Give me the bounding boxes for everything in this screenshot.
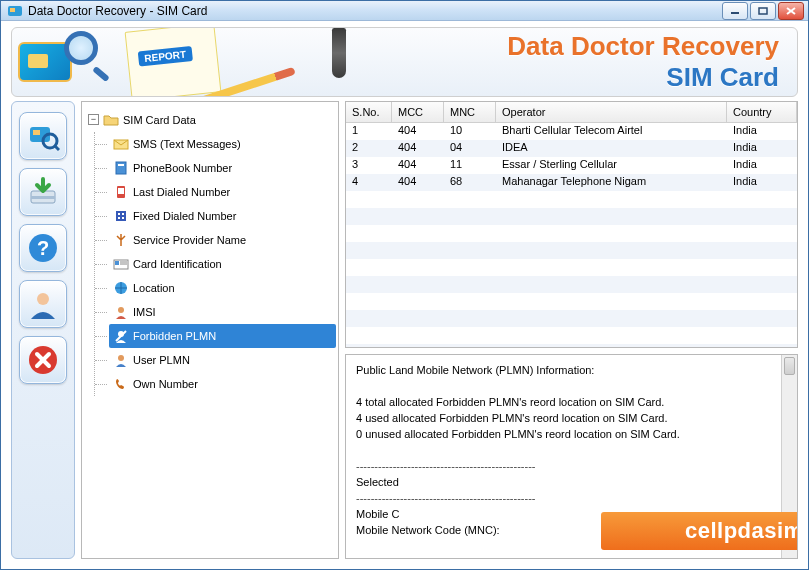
app-icon xyxy=(7,3,23,19)
svg-rect-24 xyxy=(118,213,120,215)
toolbar: ? xyxy=(11,101,75,559)
svg-rect-1 xyxy=(10,8,15,12)
tree-item-envelope[interactable]: SMS (Text Messages) xyxy=(109,132,336,156)
tree-root-label: SIM Card Data xyxy=(123,114,196,126)
table-row-empty xyxy=(346,344,797,347)
table-row-empty xyxy=(346,259,797,276)
svg-rect-25 xyxy=(122,213,124,215)
grid-header-country[interactable]: Country xyxy=(727,102,797,123)
tree-item-own-number[interactable]: Own Number xyxy=(109,372,336,396)
exit-button[interactable] xyxy=(19,336,67,384)
pen-icon xyxy=(292,28,402,78)
detail-selected-label: Selected xyxy=(356,475,787,491)
svg-point-36 xyxy=(118,355,124,361)
grid-header-mcc[interactable]: MCC xyxy=(392,102,444,123)
fixed-dialed-icon xyxy=(113,208,129,224)
tree-item-imsi[interactable]: IMSI xyxy=(109,300,336,324)
tree-item-last-dialed[interactable]: Last Dialed Number xyxy=(109,180,336,204)
tree-item-antenna[interactable]: Service Provider Name xyxy=(109,228,336,252)
scrollbar-thumb[interactable] xyxy=(784,357,795,375)
tree-item-globe[interactable]: Location xyxy=(109,276,336,300)
svg-rect-23 xyxy=(116,211,126,221)
save-button[interactable] xyxy=(19,168,67,216)
collapse-icon[interactable]: − xyxy=(88,114,99,125)
table-row[interactable]: 240404IDEAIndia xyxy=(346,140,797,157)
tree-item-id-card[interactable]: Card Identification xyxy=(109,252,336,276)
close-button[interactable] xyxy=(778,2,804,20)
cell-sno: 4 xyxy=(346,174,392,191)
tree-item-label: Fixed Dialed Number xyxy=(133,210,236,222)
detail-panel[interactable]: Public Land Mobile Network (PLMN) Inform… xyxy=(345,354,798,559)
tree-item-fixed-dialed[interactable]: Fixed Dialed Number xyxy=(109,204,336,228)
grid-header-operator[interactable]: Operator xyxy=(496,102,727,123)
svg-rect-3 xyxy=(759,8,767,14)
svg-rect-19 xyxy=(116,162,126,174)
minimize-button[interactable] xyxy=(722,2,748,20)
banner-title-2: SIM Card xyxy=(507,62,779,93)
grid-header-mnc[interactable]: MNC xyxy=(444,102,496,123)
help-button[interactable]: ? xyxy=(19,224,67,272)
table-row-empty xyxy=(346,327,797,344)
tree-root-node[interactable]: − SIM Card Data xyxy=(84,108,336,132)
titlebar[interactable]: Data Doctor Recovery - SIM Card xyxy=(1,1,808,21)
svg-rect-11 xyxy=(31,196,55,199)
detail-heading: Public Land Mobile Network (PLMN) Inform… xyxy=(356,363,787,379)
svg-line-9 xyxy=(55,146,59,150)
cell-sno: 1 xyxy=(346,123,392,140)
cell-operator: Essar / Sterling Cellular xyxy=(496,157,727,174)
table-row-empty xyxy=(346,191,797,208)
cell-sno: 2 xyxy=(346,140,392,157)
cell-mcc: 404 xyxy=(392,123,444,140)
cell-sno: 3 xyxy=(346,157,392,174)
tree-item-label: Service Provider Name xyxy=(133,234,246,246)
table-row-empty xyxy=(346,225,797,242)
tree-item-label: IMSI xyxy=(133,306,156,318)
grid-header-sno[interactable]: S.No. xyxy=(346,102,392,123)
tree-item-user-plmn[interactable]: User PLMN xyxy=(109,348,336,372)
tree-item-phonebook[interactable]: PhoneBook Number xyxy=(109,156,336,180)
cell-mnc: 11 xyxy=(444,157,496,174)
banner-title-1: Data Doctor Recovery xyxy=(507,31,779,62)
forbidden-icon xyxy=(113,328,129,344)
cell-operator: Mahanagar Telephone Nigam xyxy=(496,174,727,191)
tree-item-label: Forbidden PLMN xyxy=(133,330,216,342)
tree-panel[interactable]: − SIM Card Data SMS (Text Messages)Phone… xyxy=(81,101,339,559)
envelope-icon xyxy=(113,136,129,152)
folder-icon xyxy=(103,112,119,128)
svg-point-14 xyxy=(37,293,49,305)
detail-separator: ----------------------------------------… xyxy=(356,459,787,475)
detail-separator-2: ----------------------------------------… xyxy=(356,491,787,507)
tree-item-label: Location xyxy=(133,282,175,294)
report-note-icon: REPORT xyxy=(125,27,222,97)
svg-rect-22 xyxy=(118,188,124,194)
tree-item-label: Card Identification xyxy=(133,258,222,270)
cell-operator: Bharti Cellular Telecom Airtel xyxy=(496,123,727,140)
maximize-button[interactable] xyxy=(750,2,776,20)
app-window: Data Doctor Recovery - SIM Card REPORT xyxy=(0,0,809,570)
magnifier-icon xyxy=(64,31,108,75)
cell-mnc: 68 xyxy=(444,174,496,191)
data-grid[interactable]: S.No. MCC MNC Operator Country 140410Bha… xyxy=(345,101,798,348)
cell-country: India xyxy=(727,140,797,157)
grid-header-row: S.No. MCC MNC Operator Country xyxy=(346,102,797,123)
antenna-icon xyxy=(113,232,129,248)
table-row[interactable]: 140410Bharti Cellular Telecom AirtelIndi… xyxy=(346,123,797,140)
svg-rect-26 xyxy=(118,217,120,219)
user-button[interactable] xyxy=(19,280,67,328)
tree-item-label: PhoneBook Number xyxy=(133,162,232,174)
user-plmn-icon xyxy=(113,352,129,368)
watermark-overlay: cellpdasim.com xyxy=(601,512,798,550)
scan-button[interactable] xyxy=(19,112,67,160)
cell-country: India xyxy=(727,123,797,140)
globe-icon xyxy=(113,280,129,296)
table-row[interactable]: 440468Mahanagar Telephone NigamIndia xyxy=(346,174,797,191)
tree-item-forbidden[interactable]: Forbidden PLMN xyxy=(109,324,336,348)
tree-item-label: SMS (Text Messages) xyxy=(133,138,241,150)
table-row[interactable]: 340411Essar / Sterling CellularIndia xyxy=(346,157,797,174)
banner: REPORT Data Doctor Recovery SIM Card xyxy=(11,27,798,97)
tree-item-label: User PLMN xyxy=(133,354,190,366)
imsi-icon xyxy=(113,304,129,320)
table-row-empty xyxy=(346,293,797,310)
own-number-icon xyxy=(113,376,129,392)
id-card-icon xyxy=(113,256,129,272)
